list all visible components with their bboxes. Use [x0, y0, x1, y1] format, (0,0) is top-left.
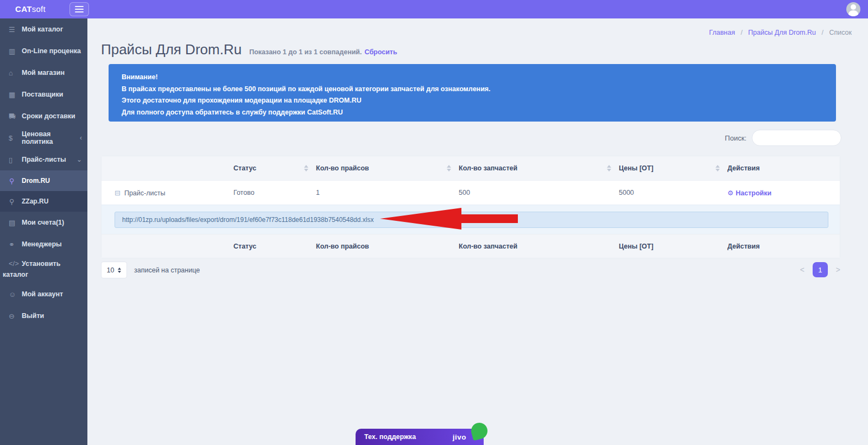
- jivo-leaf-icon: [470, 421, 490, 441]
- sidebar-item-delivery-terms[interactable]: ⛟ Сроки доставки: [0, 105, 87, 127]
- header-status: Статус: [220, 164, 303, 172]
- app-logo: CATsoft: [15, 0, 46, 18]
- breadcrumb-home-link[interactable]: Главная: [709, 29, 735, 36]
- banner-catsoft-bold: CatSoft.RU: [307, 109, 343, 116]
- banner-line-4: Для полного доступа обратитесь в службу …: [122, 109, 307, 116]
- search-input[interactable]: [752, 130, 841, 146]
- chat-title: Тех. поддержка: [364, 433, 416, 441]
- sort-icon[interactable]: [715, 165, 720, 171]
- pagination: < 1 >: [800, 262, 840, 277]
- header-price-count: Кол-во прайсов: [303, 164, 446, 172]
- price-lists-table: Статус Кол-во прайсов Кол-во запчастей Ц…: [101, 156, 840, 258]
- pin-icon: ⚲: [9, 198, 22, 206]
- settings-link[interactable]: ⚙Настройки: [727, 189, 771, 197]
- journal-icon: ▤: [9, 219, 22, 227]
- footer-status: Статус: [220, 243, 303, 250]
- truck-icon: ⛟: [9, 112, 22, 120]
- footer-parts-count: Кол-во запчастей: [446, 243, 606, 250]
- row-price-count-cell: 1: [303, 189, 446, 196]
- sidebar-subitem-drom-ru[interactable]: ⚲ Drom.RU: [0, 170, 87, 191]
- collapse-row-icon[interactable]: ⊟: [115, 189, 121, 197]
- row-prices-from-cell: 5000: [606, 189, 714, 196]
- page-title: Прайсы Для Drom.Ru: [101, 41, 242, 58]
- export-url-field[interactable]: http://01zp.ru/uploads/files/export/drom…: [115, 212, 828, 228]
- pagination-prev-button[interactable]: <: [800, 265, 804, 274]
- search-bar: Поиск:: [725, 130, 841, 146]
- shop-icon: ⌂: [9, 69, 22, 77]
- hamburger-icon: [75, 6, 84, 7]
- search-label: Поиск:: [725, 134, 746, 142]
- code-icon: </>: [9, 258, 22, 269]
- book-icon: ▥: [9, 47, 22, 55]
- export-url-row: http://01zp.ru/uploads/files/export/drom…: [102, 205, 840, 234]
- logo-bold: CAT: [15, 4, 32, 14]
- table-row: ⊟Прайс-листы Готово 1 500 5000 ⚙Настройк…: [102, 180, 840, 205]
- pagination-page-1-button[interactable]: 1: [813, 262, 828, 277]
- sidebar-item-price-lists[interactable]: ▯ Прайс-листы ⌄: [0, 149, 87, 170]
- reset-filter-link[interactable]: Сбросить: [365, 48, 397, 56]
- sidebar-item-my-invoices[interactable]: ▤ Мои счета(1): [0, 212, 87, 233]
- sort-icon[interactable]: [304, 165, 308, 171]
- person-icon: ☺: [9, 290, 22, 298]
- logout-icon: ⊖: [9, 312, 22, 320]
- page-length-control: 10 записей на странице: [101, 262, 200, 278]
- footer-actions: Действия: [714, 243, 840, 250]
- row-name-cell: ⊟Прайс-листы: [102, 189, 220, 197]
- pagination-next-button[interactable]: >: [836, 265, 840, 274]
- page-length-label: записей на странице: [134, 266, 200, 274]
- chevron-left-icon: ‹: [80, 134, 82, 142]
- top-navbar: CATsoft: [0, 0, 868, 18]
- header-parts-count: Кол-во запчастей: [446, 164, 606, 172]
- breadcrumb-section-link[interactable]: Прайсы Для Drom.Ru: [748, 29, 816, 36]
- sidebar-nav: ☰ Мой каталог ▥ On-Line проценка ⌂ Мой м…: [0, 18, 87, 445]
- pin-icon: ⚲: [9, 177, 22, 185]
- sort-icon[interactable]: [607, 165, 611, 171]
- footer-price-count: Кол-во прайсов: [303, 243, 446, 250]
- sidebar-item-my-catalog[interactable]: ☰ Мой каталог: [0, 18, 87, 40]
- table-header-row: Статус Кол-во прайсов Кол-во запчастей Ц…: [102, 156, 840, 180]
- main-content: Главная / Прайсы Для Drom.Ru / Список Пр…: [87, 18, 868, 445]
- sidebar-toggle-button[interactable]: [69, 2, 89, 16]
- banner-line-1: Внимание!: [122, 73, 158, 81]
- header-actions: Действия: [714, 164, 840, 172]
- file-icon: ▯: [9, 156, 22, 164]
- row-actions-cell: ⚙Настройки: [714, 189, 840, 197]
- sidebar-item-suppliers[interactable]: ▦ Поставщики: [0, 84, 87, 105]
- sort-icon[interactable]: [447, 165, 451, 171]
- sidebar-item-online-pricing[interactable]: ▥ On-Line проценка: [0, 40, 87, 62]
- table-footer-row: Статус Кол-во прайсов Кол-во запчастей Ц…: [102, 234, 840, 258]
- page-length-select[interactable]: 10: [101, 262, 127, 278]
- select-arrows-icon: [118, 268, 121, 273]
- title-bar: Прайсы Для Drom.Ru Показано 1 до 1 из 1 …: [101, 41, 397, 58]
- sidebar-item-logout[interactable]: ⊖ Выйти: [0, 305, 87, 327]
- avatar-person-icon: [851, 4, 856, 10]
- dollar-icon: $: [9, 134, 22, 142]
- breadcrumb-current: Список: [829, 29, 852, 36]
- list-icon: ☰: [9, 26, 22, 34]
- header-prices-from: Цены [ОТ]: [606, 164, 714, 172]
- sidebar-item-my-account[interactable]: ☺ Мой аккаунт: [0, 283, 87, 305]
- results-summary: Показано 1 до 1 из 1 совпадений.: [249, 48, 362, 56]
- banner-line-2: В прайсах предоставлены не более 500 поз…: [122, 85, 491, 93]
- row-status-cell: Готово: [220, 189, 303, 196]
- sidebar-item-managers[interactable]: ⚭ Менеджеры: [0, 233, 87, 255]
- sidebar-subitem-zzap-ru[interactable]: ⚲ ZZap.RU: [0, 191, 87, 212]
- breadcrumb: Главная / Прайсы Для Drom.Ru / Список: [709, 29, 852, 36]
- row-parts-count-cell: 500: [446, 189, 606, 196]
- sidebar-item-my-shop[interactable]: ⌂ Мой магазин: [0, 62, 87, 84]
- briefcase-icon: ▦: [9, 91, 22, 99]
- gear-icon: ⚙: [727, 189, 733, 197]
- attention-banner: Внимание! В прайсах предоставлены не бол…: [109, 64, 836, 122]
- jivo-logo: jivo: [453, 433, 466, 441]
- banner-line-3: Этого достаточно для прохождения модерац…: [122, 97, 329, 104]
- sidebar-item-price-policy[interactable]: $ Ценовая политика ‹: [0, 127, 87, 149]
- support-chat-widget[interactable]: Тех. поддержка jivo: [356, 429, 484, 445]
- sidebar-item-install-catalog[interactable]: </>Установить каталог: [0, 255, 87, 283]
- banner-drom-bold: DROM.RU: [329, 97, 362, 104]
- logo-light: soft: [32, 4, 46, 14]
- footer-prices-from: Цены [ОТ]: [606, 243, 714, 250]
- chevron-down-icon: ⌄: [77, 156, 82, 163]
- users-icon: ⚭: [9, 240, 22, 249]
- user-avatar[interactable]: [846, 2, 860, 16]
